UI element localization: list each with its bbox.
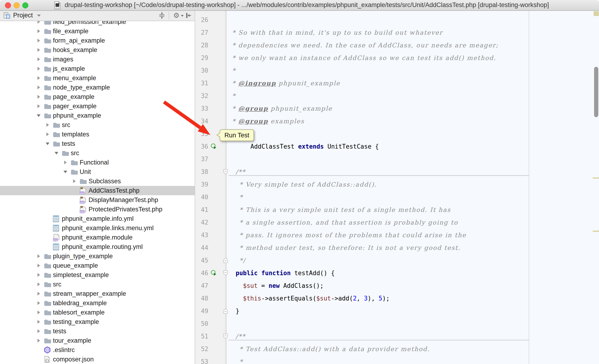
tree-item-plugin-type-example[interactable]: plugin_type_example — [0, 251, 195, 261]
tree-item-src[interactable]: src — [0, 148, 195, 158]
code-line-42: * a single assertion, and that assertion… — [239, 216, 458, 229]
disclosure-collapsed-arrow[interactable] — [35, 45, 44, 55]
tree-item-label: phpunit_example — [53, 112, 101, 119]
fold-marker[interactable] — [223, 334, 228, 339]
tree-item-label: js_example — [53, 65, 85, 72]
line-number: 27 — [195, 26, 208, 39]
folder-icon — [53, 140, 61, 148]
disclosure-collapsed-arrow[interactable] — [35, 55, 44, 64]
error-stripe-mark[interactable] — [594, 11, 599, 16]
tree-item-node-type-example[interactable]: node_type_example — [0, 83, 195, 92]
tree-item-functional[interactable]: Functional — [0, 158, 195, 167]
tree-item-menu-example[interactable]: menu_example — [0, 73, 195, 83]
code-line-27: * So with that in mind, it's up to us to… — [232, 26, 443, 39]
code-line-33: * @group phpunit_example — [232, 102, 332, 115]
tree-item-protectedprivatestest-php[interactable]: phpProtectedPrivatesTest.php — [0, 205, 195, 214]
folder-icon — [44, 102, 53, 110]
disclosure-collapsed-arrow[interactable] — [35, 101, 44, 111]
tree-item-label: src — [70, 150, 79, 157]
disclosure-collapsed-arrow[interactable] — [44, 130, 53, 139]
tree-item-label: testing_example — [53, 318, 99, 326]
tree-item-images[interactable]: images — [0, 55, 195, 64]
project-panel-title[interactable]: Project — [13, 10, 33, 20]
fold-marker[interactable] — [223, 257, 228, 263]
editor-scrollbar-thumb[interactable] — [594, 67, 598, 117]
tree-item-phpunit-example-module[interactable]: phpphpunit_example.module — [0, 233, 195, 242]
titlebar: PHP drupal-testing-workshop [~/Code/os/d… — [0, 0, 599, 11]
minimize-button[interactable] — [14, 2, 20, 9]
tree-item-phpunit-example-info-yml[interactable]: phpunit_example.info.yml — [0, 214, 195, 223]
tree-item--eslintrc[interactable]: .eslintrc — [0, 345, 195, 355]
disclosure-collapsed-arrow[interactable] — [35, 289, 44, 298]
tree-item-tabledrag-example[interactable]: tabledrag_example — [0, 298, 195, 308]
tree-item-subclasses[interactable]: Subclasses — [0, 177, 195, 186]
folder-icon — [79, 177, 88, 185]
run-test-tooltip[interactable]: Run Test — [220, 129, 254, 141]
tree-item-phpunit-example-routing-yml[interactable]: phpunit_example.routing.yml — [0, 242, 195, 251]
line-number: 42 — [195, 216, 208, 229]
disclosure-collapsed-arrow[interactable] — [62, 158, 70, 167]
disclosure-collapsed-arrow[interactable] — [35, 64, 44, 73]
tree-item-js-example[interactable]: js_example — [0, 64, 195, 73]
zoom-button[interactable] — [22, 2, 28, 9]
tree-item-hooks-example[interactable]: hooks_example — [0, 45, 195, 55]
yml-file-icon — [53, 224, 61, 232]
tree-item-phpunit-example-links-menu-yml[interactable]: phpunit_example.links.menu.yml — [0, 223, 195, 233]
settings-gear-icon[interactable]: ⚙ — [172, 12, 180, 19]
disclosure-collapsed-arrow[interactable] — [35, 298, 44, 308]
disclosure-expanded-arrow[interactable] — [53, 148, 61, 158]
tree-item-label: src — [61, 121, 70, 129]
tree-item-displaymanagertest-php[interactable]: phpDisplayManagerTest.php — [0, 195, 195, 205]
disclosure-collapsed-arrow[interactable] — [44, 120, 53, 130]
disclosure-collapsed-arrow[interactable] — [35, 83, 44, 92]
error-stripe-mark[interactable] — [593, 231, 599, 232]
fold-marker[interactable] — [223, 308, 228, 314]
tree-item-addclasstest-php[interactable]: phpAddClassTest.php — [0, 186, 195, 195]
tree-item-tour-example[interactable]: tour_example — [0, 336, 195, 345]
tree-item-label: tabledrag_example — [53, 300, 107, 307]
fold-marker[interactable] — [223, 169, 228, 175]
close-button[interactable] — [5, 2, 11, 9]
hide-panel-icon[interactable] — [185, 12, 193, 19]
disclosure-expanded-arrow[interactable] — [62, 167, 70, 177]
fold-marker[interactable] — [223, 270, 228, 276]
disclosure-collapsed-arrow[interactable] — [35, 336, 44, 345]
tree-item-stream-wrapper-example[interactable]: stream_wrapper_example — [0, 289, 195, 298]
tree-item-unit[interactable]: Unit — [0, 167, 195, 177]
tree-item-tests[interactable]: tests — [0, 327, 195, 336]
tree-item-file-example[interactable]: file_example — [0, 27, 195, 36]
disclosure-expanded-arrow[interactable] — [44, 139, 53, 148]
disclosure-collapsed-arrow[interactable] — [35, 261, 44, 270]
disclosure-collapsed-arrow[interactable] — [35, 308, 44, 317]
disclosure-collapsed-arrow[interactable] — [35, 327, 44, 336]
disclosure-collapsed-arrow[interactable] — [71, 177, 79, 186]
line-number: 37 — [195, 153, 208, 166]
disclosure-expanded-arrow[interactable] — [35, 111, 44, 120]
tree-item-label: composer.json — [53, 356, 94, 363]
disclosure-collapsed-arrow[interactable] — [35, 251, 44, 261]
tree-item-label: menu_example — [53, 75, 96, 82]
disclosure-collapsed-arrow[interactable] — [35, 270, 44, 280]
disclosure-collapsed-arrow[interactable] — [35, 27, 44, 36]
error-stripe-mark[interactable] — [593, 178, 599, 179]
disclosure-collapsed-arrow[interactable] — [35, 92, 44, 101]
collapse-all-icon[interactable] — [158, 12, 166, 19]
run-test-gutter-icon[interactable] — [210, 270, 217, 276]
tree-item-src[interactable]: src — [0, 280, 195, 289]
chevron-down-icon[interactable] — [37, 15, 41, 17]
tree-item-queue-example[interactable]: queue_example — [0, 261, 195, 270]
disclosure-collapsed-arrow[interactable] — [35, 73, 44, 83]
tree-item-simpletest-example[interactable]: simpletest_example — [0, 270, 195, 280]
disclosure-collapsed-arrow[interactable] — [35, 36, 44, 45]
tree-item-form-api-example[interactable]: form_api_example — [0, 36, 195, 45]
disclosure-collapsed-arrow[interactable] — [35, 317, 44, 327]
tree-item-tablesort-example[interactable]: tablesort_example — [0, 308, 195, 317]
tree-item-testing-example[interactable]: testing_example — [0, 317, 195, 327]
tree-item-label: AddClassTest.php — [88, 187, 140, 194]
json-file-icon: {} — [44, 355, 53, 363]
gear-dropdown-caret[interactable] — [181, 15, 184, 17]
line-number: 45 — [195, 254, 208, 267]
disclosure-collapsed-arrow[interactable] — [35, 280, 44, 289]
tree-item-composer-json[interactable]: {}composer.json — [0, 355, 195, 364]
line-number: 41 — [195, 204, 208, 216]
